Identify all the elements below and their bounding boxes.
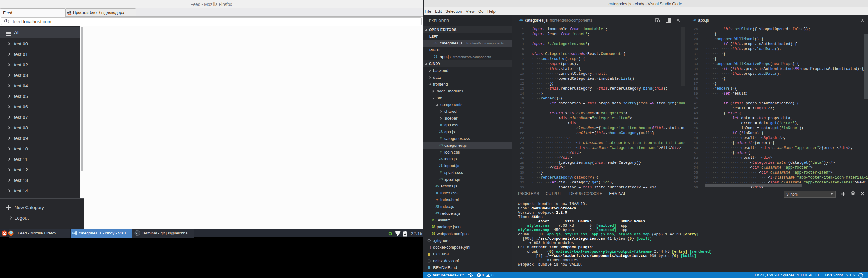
svg-text:CMS: CMS xyxy=(67,13,72,16)
svg-text:>_: >_ xyxy=(135,232,139,235)
